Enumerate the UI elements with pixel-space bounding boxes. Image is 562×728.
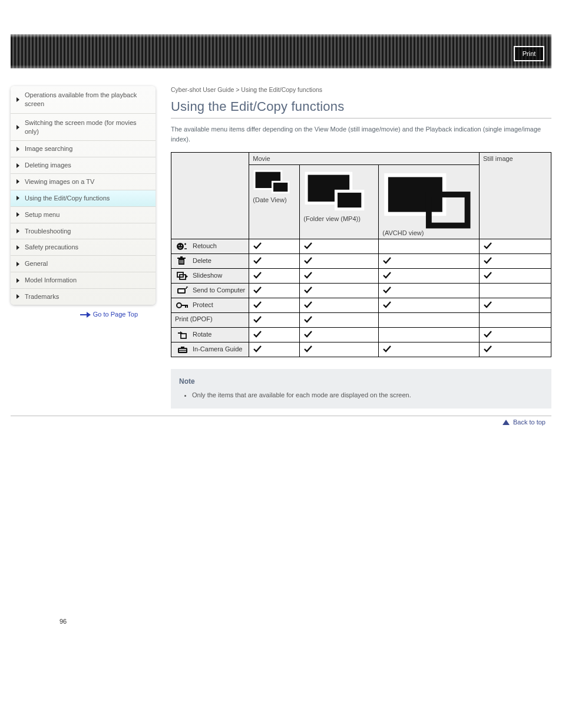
sidebar-item-label: Trademarks: [25, 293, 59, 300]
check-icon: [253, 256, 262, 265]
sidebar-item-modelinfo[interactable]: Model Information: [11, 272, 156, 288]
sidebar-item-label: Image searching: [25, 145, 72, 152]
chevron-right-icon: [16, 294, 19, 299]
table-row: In-Camera Guide: [171, 342, 551, 357]
print-button[interactable]: Print: [514, 46, 544, 61]
folder-avchd-icon: [382, 167, 475, 229]
th-avchd: (AVCHD view): [379, 165, 480, 239]
chevron-right-icon: [16, 163, 19, 168]
sidebar-item-switching[interactable]: Switching the screen mode (for movies on…: [11, 113, 156, 141]
cell: [249, 269, 300, 284]
sidebar-item-operations[interactable]: Operations available from the playback s…: [11, 86, 156, 113]
table-row: Slideshow: [171, 269, 551, 284]
sidebar-item-trademarks[interactable]: Trademarks: [11, 288, 156, 305]
sidebar-item-trouble[interactable]: Troubleshooting: [11, 223, 156, 239]
key-icon: [175, 301, 190, 310]
chevron-right-icon: [16, 196, 19, 200]
check-icon: [382, 286, 392, 294]
table-row: Delete: [171, 254, 551, 269]
row-label: Rotate: [171, 328, 249, 342]
cell: [300, 239, 379, 254]
page-body: Operations available from the playback s…: [0, 68, 562, 409]
chevron-right-icon: [16, 179, 19, 184]
note-box: Note Only the items that are available f…: [171, 369, 551, 409]
sidebar-item-label: Setup menu: [25, 211, 59, 218]
th-movie: Movie: [249, 153, 480, 165]
chevron-right-icon: [16, 278, 19, 283]
th-still: Still image: [480, 153, 551, 239]
face-icon: [175, 242, 190, 251]
cell: [379, 254, 480, 269]
breadcrumb-root[interactable]: Cyber-shot User Guide: [171, 86, 234, 93]
triangle-up-icon: [503, 420, 510, 425]
sidebar: Operations available from the playback s…: [11, 86, 156, 409]
chevron-right-icon: [16, 125, 19, 130]
go-to-page-top[interactable]: Go to Page Top: [11, 305, 156, 318]
row-label: In-Camera Guide: [171, 342, 249, 357]
sub-icon: [175, 330, 190, 340]
back-to-top-link[interactable]: Back to top: [513, 419, 546, 426]
cell: [300, 284, 379, 298]
cell: [300, 254, 379, 269]
check-icon: [253, 345, 262, 353]
sidebar-item-label: Deleting images: [25, 162, 71, 169]
cell: [480, 269, 551, 284]
cell: [379, 342, 480, 357]
svg-rect-27: [179, 351, 186, 352]
sidebar-item-label: Switching the screen mode (for movies on…: [25, 119, 137, 135]
chevron-right-icon: [16, 229, 19, 233]
row-label: Print (DPOF): [171, 313, 249, 328]
sidebar-item-setup[interactable]: Setup menu: [11, 206, 156, 223]
svg-rect-11: [180, 256, 183, 258]
upload-icon: [175, 286, 190, 295]
check-icon: [253, 242, 262, 250]
svg-point-7: [178, 245, 180, 246]
sidebar-item-safety[interactable]: Safety precautions: [11, 239, 156, 255]
page-number: 96: [0, 618, 562, 643]
sidebar-item-tv[interactable]: Viewing images on a TV: [11, 173, 156, 190]
row-label: Slideshow: [171, 269, 249, 284]
svg-rect-25: [181, 347, 184, 348]
cell: [480, 239, 551, 254]
check-icon: [303, 271, 313, 279]
go-top-link[interactable]: Go to Page Top: [93, 311, 138, 318]
page-title: Using the Edit/Copy functions: [171, 99, 551, 118]
sidebar-item-editcopy[interactable]: Using the Edit/Copy functions: [11, 190, 156, 206]
check-icon: [483, 242, 492, 250]
table-row: Protect: [171, 298, 551, 313]
sidebar-item-searching[interactable]: Image searching: [11, 140, 156, 157]
cell: [379, 298, 480, 313]
check-icon: [483, 271, 492, 279]
trash-icon: [175, 256, 190, 266]
breadcrumb-current: Using the Edit/Copy functions: [241, 86, 322, 93]
note-item: Only the items that are available for ea…: [192, 390, 543, 400]
table-row: Send to Computer: [171, 284, 551, 298]
cell: [249, 284, 300, 298]
cell: [480, 298, 551, 313]
cell: [480, 342, 551, 357]
svg-rect-21: [185, 306, 186, 308]
check-icon: [483, 256, 492, 265]
cell: [480, 254, 551, 269]
cell: [379, 313, 480, 328]
check-icon: [382, 301, 392, 309]
check-icon: [253, 315, 262, 324]
svg-rect-3: [336, 191, 363, 209]
svg-point-6: [177, 243, 184, 250]
chevron-right-icon: [16, 147, 19, 151]
cell: [480, 328, 551, 342]
main-content: Cyber-shot User Guide > Using the Edit/C…: [156, 86, 551, 409]
cell: [249, 313, 300, 328]
svg-rect-22: [187, 306, 188, 308]
sidebar-item-general[interactable]: General: [11, 255, 156, 272]
breadcrumb: Cyber-shot User Guide > Using the Edit/C…: [171, 86, 551, 93]
sidebar-item-deleting[interactable]: Deleting images: [11, 157, 156, 173]
cell: [249, 342, 300, 357]
folder-mp4-icon: [303, 167, 375, 215]
svg-rect-18: [178, 289, 184, 292]
arrow-right-icon: [80, 312, 91, 317]
cell: [249, 239, 300, 254]
functions-table: Movie Still image (Date View) (Folder vi…: [171, 152, 551, 357]
check-icon: [382, 256, 392, 265]
tool-icon: [175, 345, 190, 354]
